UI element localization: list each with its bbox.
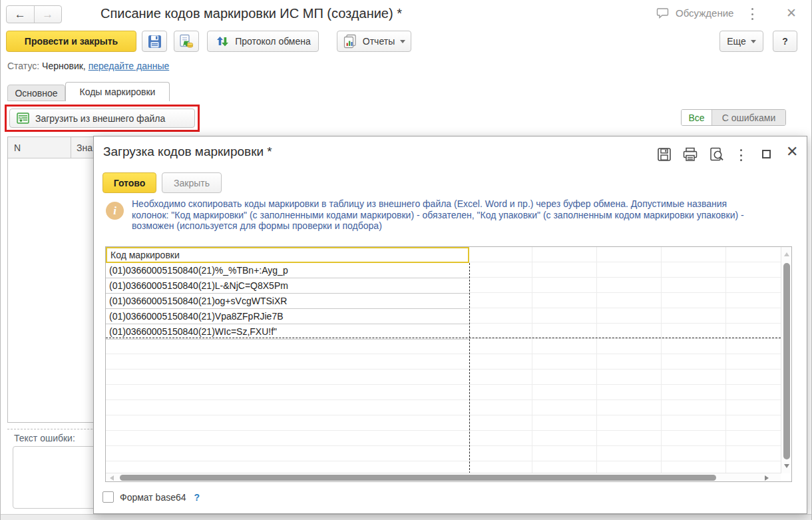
dialog-title: Загрузка кодов маркировки *: [103, 144, 272, 159]
filter-with-errors-button[interactable]: С ошибками: [712, 110, 785, 125]
dialog-preview-button[interactable]: [709, 146, 725, 162]
discussion-button[interactable]: Обсуждение: [656, 7, 733, 19]
scroll-right-icon[interactable]: [765, 475, 769, 481]
fill-from-document-button[interactable]: [174, 31, 199, 52]
dialog-close-icon[interactable]: ✕: [786, 143, 798, 160]
document-fill-icon: [179, 34, 194, 49]
vertical-scrollbar[interactable]: [781, 247, 791, 473]
tab-main[interactable]: Основное: [7, 85, 65, 101]
reports-button[interactable]: Отчеты: [337, 31, 411, 52]
forward-button[interactable]: →: [35, 6, 62, 23]
dropdown-caret-icon: [751, 40, 756, 43]
filter-all-button[interactable]: Все: [682, 110, 712, 125]
info-message: Необходимо скопировать коды маркировки в…: [132, 198, 763, 232]
status-value: Черновик,: [42, 61, 86, 71]
back-button[interactable]: ←: [7, 6, 35, 23]
code-row[interactable]: (01)03660005150840(21)%_%TBn+:Ayg_p: [106, 263, 469, 278]
code-row[interactable]: (01)03660005150840(21)og+sVcgWTSiXR: [106, 294, 469, 309]
chat-bubbles-icon: [656, 7, 670, 19]
base64-checkbox[interactable]: [102, 491, 114, 503]
code-column-header[interactable]: Код маркировки: [106, 247, 469, 263]
filter-toggle-group: Все С ошибками: [681, 109, 786, 126]
exchange-protocol-button[interactable]: Протокол обмена: [207, 31, 319, 52]
report-chart-icon: [343, 34, 357, 49]
table-import-icon: [17, 113, 29, 124]
dialog-save-button[interactable]: [656, 146, 672, 162]
tab-marking-codes[interactable]: Коды маркировки: [65, 82, 170, 101]
base64-option-row: Формат base64 ?: [102, 491, 200, 503]
save-button[interactable]: [142, 31, 167, 52]
close-button[interactable]: Закрыть: [162, 172, 222, 193]
selection-boundary-horizontal: [106, 338, 781, 338]
forward-arrow-icon: →: [42, 8, 53, 21]
column-header-n[interactable]: N: [8, 137, 71, 158]
exchange-arrows-icon: [215, 34, 230, 49]
error-text-label: Текст ошибки:: [14, 433, 75, 443]
done-button[interactable]: Готово: [102, 172, 156, 193]
horizontal-scrollbar-thumb[interactable]: [120, 475, 716, 481]
dropdown-caret-icon: [400, 40, 405, 43]
window-bottom-edge: [1, 514, 812, 520]
vertical-scrollbar-thumb[interactable]: [783, 263, 790, 459]
info-icon: i: [106, 202, 124, 220]
application-window: ← → Списание кодов маркировки ИС МП (соз…: [0, 0, 812, 520]
post-and-close-button[interactable]: Провести и закрыть: [6, 31, 136, 52]
selection-boundary-vertical: [469, 263, 470, 473]
discussion-label: Обсуждение: [676, 7, 733, 19]
code-row[interactable]: (01)03660005150840(21)Vpa8ZFpRJie7B: [106, 309, 469, 324]
status-label: Статус:: [7, 61, 39, 71]
page-title: Списание кодов маркировки ИС МП (создани…: [101, 6, 402, 21]
back-arrow-icon: ←: [15, 8, 26, 21]
scroll-down-icon[interactable]: [784, 464, 789, 468]
send-data-link[interactable]: передайте данные: [89, 61, 170, 71]
dialog-print-button[interactable]: [682, 146, 698, 162]
load-from-external-file-button[interactable]: Загрузить из внешнего файла: [9, 109, 195, 128]
base64-help-link[interactable]: ?: [194, 492, 200, 503]
save-floppy-icon: [148, 35, 162, 49]
scroll-up-icon[interactable]: [784, 252, 789, 256]
printer-icon: [682, 147, 698, 162]
dialog-maximize-icon[interactable]: [762, 150, 771, 158]
codes-spreadsheet[interactable]: Код маркировки (01)03660005150840(21)%_%…: [105, 246, 792, 482]
history-nav-group: ← →: [6, 5, 62, 23]
more-button[interactable]: Еще: [719, 31, 763, 52]
scroll-left-icon[interactable]: [110, 475, 114, 481]
document-search-icon: [709, 147, 725, 162]
window-close-icon[interactable]: ✕: [786, 5, 797, 21]
status-line: Статус: Черновик, передайте данные: [7, 61, 169, 71]
window-menu-kebab-icon[interactable]: [751, 8, 754, 20]
load-marking-codes-dialog: Загрузка кодов маркировки *: [93, 136, 807, 514]
help-button[interactable]: ?: [773, 31, 797, 52]
dialog-menu-kebab-icon[interactable]: [740, 149, 743, 161]
horizontal-scrollbar[interactable]: [106, 473, 781, 481]
code-row[interactable]: (01)03660005150840(21)L-&NjC=Q8X5Pm: [106, 278, 469, 294]
base64-label: Формат base64: [120, 492, 186, 503]
save-floppy-outline-icon: [657, 147, 672, 162]
